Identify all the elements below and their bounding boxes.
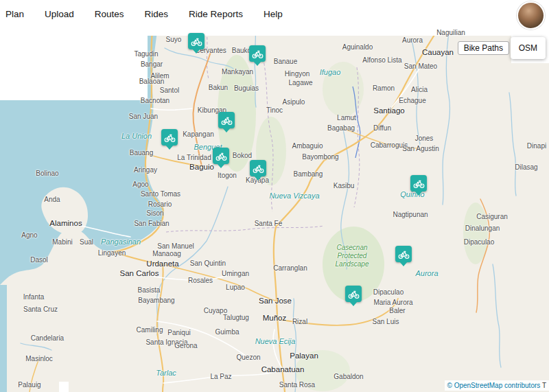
bike-route-marker[interactable] (188, 33, 205, 49)
bike-paths-layer-button[interactable]: Bike Paths (458, 41, 509, 55)
bike-route-marker[interactable] (213, 148, 229, 164)
nav-items: PlanUploadRoutesRidesRide ReportsHelp (0, 6, 287, 22)
bicycle-icon (215, 150, 227, 162)
osm-layer-button[interactable]: OSM (511, 37, 546, 59)
nav-item-help[interactable]: Help (259, 6, 287, 22)
user-avatar[interactable] (517, 1, 545, 30)
bicycle-icon (164, 132, 176, 143)
map-attribution: © OpenStreetMap contributors T (445, 380, 549, 391)
bike-route-marker[interactable] (345, 286, 362, 302)
bike-route-marker[interactable] (249, 45, 266, 62)
bicycle-icon (253, 163, 264, 174)
bicycle-icon (348, 288, 360, 300)
nav-item-ride-reports[interactable]: Ride Reports (185, 6, 247, 22)
bike-route-marker[interactable] (395, 246, 412, 262)
top-nav: PlanUploadRoutesRidesRide ReportsHelp (0, 0, 549, 27)
bike-route-marker[interactable] (161, 129, 178, 146)
nav-item-rides[interactable]: Rides (141, 6, 173, 22)
nav-item-plan[interactable]: Plan (1, 6, 28, 22)
bike-route-marker[interactable] (410, 175, 427, 192)
nav-item-upload[interactable]: Upload (40, 6, 78, 22)
nav-item-routes[interactable]: Routes (91, 6, 128, 22)
attribution-link[interactable]: © OpenStreetMap contributors (447, 382, 541, 389)
bicycle-icon (252, 48, 264, 60)
attribution-extra: T (542, 382, 546, 389)
bicycle-icon (191, 36, 202, 47)
bike-route-marker[interactable] (250, 160, 266, 176)
bicycle-icon (413, 178, 425, 189)
bicycle-icon (398, 249, 410, 260)
bike-route-marker[interactable] (218, 112, 235, 128)
map[interactable]: NaguilianAuroraCauayanSuyoCervantesBauko… (0, 27, 549, 392)
bicycle-icon (221, 115, 233, 126)
map-tiles (0, 27, 549, 392)
